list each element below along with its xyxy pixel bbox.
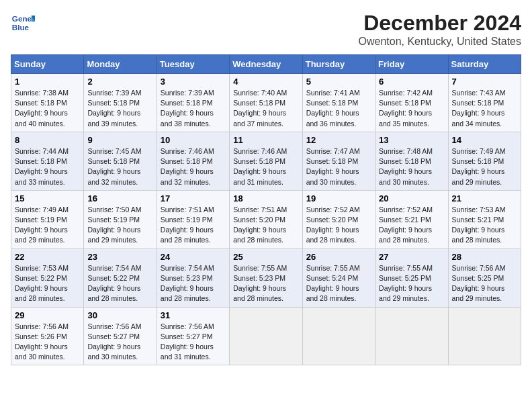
day-number: 9	[87, 135, 152, 145]
day-number: 8	[15, 135, 80, 145]
day-number: 14	[452, 135, 517, 145]
day-info: Sunrise: 7:56 AMSunset: 5:27 PMDaylight:…	[87, 322, 141, 361]
day-info: Sunrise: 7:49 AMSunset: 5:18 PMDaylight:…	[452, 147, 506, 186]
day-number: 24	[161, 252, 226, 262]
day-number: 22	[15, 252, 80, 262]
calendar-day-cell: 11 Sunrise: 7:46 AMSunset: 5:18 PMDaylig…	[230, 132, 302, 190]
day-info: Sunrise: 7:42 AMSunset: 5:18 PMDaylight:…	[379, 89, 433, 128]
calendar-day-cell: 28 Sunrise: 7:56 AMSunset: 5:25 PMDaylig…	[448, 248, 521, 307]
day-number: 25	[233, 252, 298, 262]
col-thursday: Thursday	[302, 55, 375, 74]
calendar-day-cell: 27 Sunrise: 7:55 AMSunset: 5:25 PMDaylig…	[375, 248, 448, 307]
calendar-day-cell: 19 Sunrise: 7:52 AMSunset: 5:20 PMDaylig…	[302, 190, 375, 248]
day-number: 23	[87, 252, 152, 262]
day-number: 29	[15, 310, 80, 320]
calendar-day-cell: 12 Sunrise: 7:47 AMSunset: 5:18 PMDaylig…	[302, 132, 375, 190]
day-info: Sunrise: 7:51 AMSunset: 5:19 PMDaylight:…	[161, 205, 214, 244]
day-number: 17	[161, 193, 226, 203]
day-info: Sunrise: 7:39 AMSunset: 5:18 PMDaylight:…	[161, 89, 214, 128]
calendar-day-cell: 21 Sunrise: 7:53 AMSunset: 5:21 PMDaylig…	[448, 190, 521, 248]
day-number: 6	[379, 77, 444, 87]
calendar-day-cell: 22 Sunrise: 7:53 AMSunset: 5:22 PMDaylig…	[11, 248, 84, 307]
page-header: General Blue December 2024 Owenton, Kent…	[11, 11, 521, 48]
calendar-week-row: 8 Sunrise: 7:44 AMSunset: 5:18 PMDayligh…	[11, 132, 521, 190]
day-info: Sunrise: 7:52 AMSunset: 5:21 PMDaylight:…	[379, 205, 433, 244]
day-number: 26	[306, 252, 371, 262]
empty-cell	[230, 307, 302, 365]
calendar-table: Sunday Monday Tuesday Wednesday Thursday…	[11, 54, 521, 365]
day-info: Sunrise: 7:53 AMSunset: 5:22 PMDaylight:…	[15, 264, 69, 303]
day-info: Sunrise: 7:55 AMSunset: 5:24 PMDaylight:…	[306, 264, 360, 303]
calendar-day-cell: 23 Sunrise: 7:54 AMSunset: 5:22 PMDaylig…	[84, 248, 157, 307]
day-info: Sunrise: 7:44 AMSunset: 5:18 PMDaylight:…	[15, 147, 69, 186]
day-info: Sunrise: 7:41 AMSunset: 5:18 PMDaylight:…	[306, 89, 360, 128]
calendar-day-cell: 31 Sunrise: 7:56 AMSunset: 5:27 PMDaylig…	[157, 307, 229, 365]
calendar-day-cell: 9 Sunrise: 7:45 AMSunset: 5:18 PMDayligh…	[84, 132, 157, 190]
day-info: Sunrise: 7:53 AMSunset: 5:21 PMDaylight:…	[452, 205, 506, 244]
day-info: Sunrise: 7:43 AMSunset: 5:18 PMDaylight:…	[452, 89, 506, 128]
calendar-week-row: 29 Sunrise: 7:56 AMSunset: 5:26 PMDaylig…	[11, 307, 521, 365]
calendar-day-cell: 20 Sunrise: 7:52 AMSunset: 5:21 PMDaylig…	[375, 190, 448, 248]
day-info: Sunrise: 7:38 AMSunset: 5:18 PMDaylight:…	[15, 89, 69, 128]
day-number: 19	[306, 193, 371, 203]
col-tuesday: Tuesday	[157, 55, 229, 74]
day-number: 16	[87, 193, 152, 203]
day-number: 1	[15, 77, 80, 87]
day-number: 4	[233, 77, 298, 87]
day-info: Sunrise: 7:50 AMSunset: 5:19 PMDaylight:…	[87, 205, 141, 244]
day-number: 5	[306, 77, 371, 87]
day-info: Sunrise: 7:45 AMSunset: 5:18 PMDaylight:…	[87, 147, 141, 186]
empty-cell	[375, 307, 448, 365]
day-number: 2	[87, 77, 152, 87]
col-saturday: Saturday	[448, 55, 521, 74]
calendar-header-row: Sunday Monday Tuesday Wednesday Thursday…	[11, 55, 521, 74]
calendar-week-row: 15 Sunrise: 7:49 AMSunset: 5:19 PMDaylig…	[11, 190, 521, 248]
day-info: Sunrise: 7:48 AMSunset: 5:18 PMDaylight:…	[379, 147, 433, 186]
day-info: Sunrise: 7:56 AMSunset: 5:26 PMDaylight:…	[15, 322, 69, 361]
day-info: Sunrise: 7:49 AMSunset: 5:19 PMDaylight:…	[15, 205, 69, 244]
calendar-day-cell: 4 Sunrise: 7:40 AMSunset: 5:18 PMDayligh…	[230, 74, 302, 132]
day-info: Sunrise: 7:54 AMSunset: 5:22 PMDaylight:…	[87, 264, 141, 303]
calendar-day-cell: 5 Sunrise: 7:41 AMSunset: 5:18 PMDayligh…	[302, 74, 375, 132]
empty-cell	[448, 307, 521, 365]
day-number: 21	[452, 193, 517, 203]
day-info: Sunrise: 7:56 AMSunset: 5:27 PMDaylight:…	[161, 322, 214, 361]
calendar-day-cell: 3 Sunrise: 7:39 AMSunset: 5:18 PMDayligh…	[157, 74, 229, 132]
calendar-week-row: 1 Sunrise: 7:38 AMSunset: 5:18 PMDayligh…	[11, 74, 521, 132]
day-number: 3	[161, 77, 226, 87]
calendar-day-cell: 30 Sunrise: 7:56 AMSunset: 5:27 PMDaylig…	[84, 307, 157, 365]
day-number: 28	[452, 252, 517, 262]
calendar-day-cell: 8 Sunrise: 7:44 AMSunset: 5:18 PMDayligh…	[11, 132, 84, 190]
page-subtitle: Owenton, Kentucky, United States	[359, 36, 522, 48]
calendar-day-cell: 10 Sunrise: 7:46 AMSunset: 5:18 PMDaylig…	[157, 132, 229, 190]
empty-cell	[302, 307, 375, 365]
calendar-day-cell: 29 Sunrise: 7:56 AMSunset: 5:26 PMDaylig…	[11, 307, 84, 365]
calendar-day-cell: 7 Sunrise: 7:43 AMSunset: 5:18 PMDayligh…	[448, 74, 521, 132]
day-info: Sunrise: 7:56 AMSunset: 5:25 PMDaylight:…	[452, 264, 506, 303]
calendar-day-cell: 1 Sunrise: 7:38 AMSunset: 5:18 PMDayligh…	[11, 74, 84, 132]
calendar-day-cell: 26 Sunrise: 7:55 AMSunset: 5:24 PMDaylig…	[302, 248, 375, 307]
calendar-day-cell: 6 Sunrise: 7:42 AMSunset: 5:18 PMDayligh…	[375, 74, 448, 132]
day-info: Sunrise: 7:40 AMSunset: 5:18 PMDaylight:…	[233, 89, 287, 128]
logo-icon: General Blue	[11, 11, 35, 35]
day-number: 15	[15, 193, 80, 203]
col-friday: Friday	[375, 55, 448, 74]
day-info: Sunrise: 7:39 AMSunset: 5:18 PMDaylight:…	[87, 89, 141, 128]
col-sunday: Sunday	[11, 55, 84, 74]
day-number: 13	[379, 135, 444, 145]
title-block: December 2024 Owenton, Kentucky, United …	[359, 11, 522, 48]
day-number: 27	[379, 252, 444, 262]
svg-text:Blue: Blue	[12, 23, 30, 32]
day-number: 10	[161, 135, 226, 145]
page-title: December 2024	[359, 11, 522, 36]
calendar-day-cell: 14 Sunrise: 7:49 AMSunset: 5:18 PMDaylig…	[448, 132, 521, 190]
calendar-day-cell: 18 Sunrise: 7:51 AMSunset: 5:20 PMDaylig…	[230, 190, 302, 248]
day-number: 20	[379, 193, 444, 203]
day-number: 12	[306, 135, 371, 145]
day-info: Sunrise: 7:47 AMSunset: 5:18 PMDaylight:…	[306, 147, 360, 186]
col-wednesday: Wednesday	[230, 55, 302, 74]
day-number: 30	[87, 310, 152, 320]
day-info: Sunrise: 7:51 AMSunset: 5:20 PMDaylight:…	[233, 205, 287, 244]
day-number: 11	[233, 135, 298, 145]
col-monday: Monday	[84, 55, 157, 74]
